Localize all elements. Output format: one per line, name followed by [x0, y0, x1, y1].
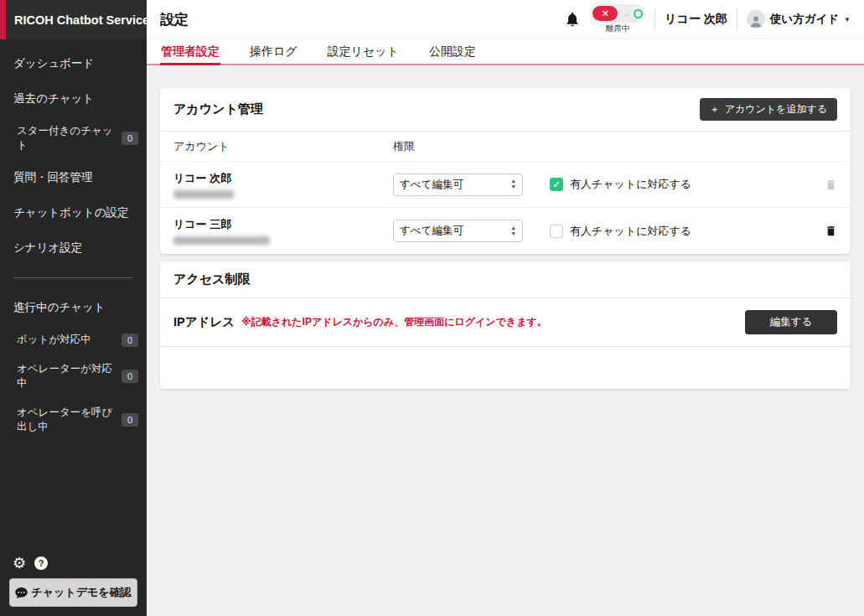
account-card-title: アカウント管理: [173, 101, 263, 117]
ip-address-label: IPアドレス: [173, 314, 235, 330]
avatar: [747, 10, 765, 28]
sidebar-item-label: スター付きのチャット: [17, 124, 122, 153]
status-arrow-icon: →: [621, 9, 630, 18]
attended-chat-checkbox[interactable]: [550, 225, 563, 238]
tab-public-settings[interactable]: 公開設定: [428, 39, 477, 65]
permission-select-value: すべて編集可: [400, 224, 463, 238]
user-name: リコー 次郎: [665, 12, 727, 27]
permission-select[interactable]: すべて編集可 ▲▼: [393, 220, 523, 242]
access-restriction-card: アクセス制限 IPアドレス ※記載されたIPアドレスからのみ、管理画面にログイン…: [160, 261, 851, 389]
permission-select-value: すべて編集可: [400, 178, 463, 192]
tab-settings-reset[interactable]: 設定リセット: [327, 39, 400, 65]
sidebar-item-operator-calling[interactable]: オペレーターを呼び出し中 0: [0, 398, 147, 442]
help-icon[interactable]: ?: [34, 556, 48, 570]
column-permission: 権限: [393, 139, 550, 154]
ip-address-note: ※記載されたIPアドレスからのみ、管理画面にログインできます。: [241, 315, 547, 329]
status-away-icon: ✕: [592, 6, 618, 21]
add-account-button[interactable]: ＋ アカウントを追加する: [700, 98, 837, 121]
attended-chat-label: 有人チャットに対応する: [570, 177, 691, 192]
account-name: リコー 三郎: [173, 217, 393, 232]
ip-address-row: IPアドレス ※記載されたIPアドレスからのみ、管理画面にログインできます。 編…: [160, 298, 851, 347]
content-area: アカウント管理 ＋ アカウントを追加する アカウント 権限 リコー 次郎: [147, 65, 864, 616]
sidebar-item-starred-chats[interactable]: スター付きのチャット 0: [0, 116, 147, 160]
topbar: 設定 ✕ → 離席中 リコー 次郎: [147, 0, 864, 39]
sidebar-item-label: オペレーターが対応中: [17, 362, 122, 391]
sidebar-bottom: ⚙ ? チャットデモを確認: [0, 547, 147, 616]
sidebar-item-dashboard[interactable]: ダッシュボード: [0, 46, 147, 81]
sidebar-item-operator-handling[interactable]: オペレーターが対応中 0: [0, 355, 147, 398]
tab-operation-log[interactable]: 操作ログ: [249, 39, 298, 65]
select-stepper-icon: ▲▼: [511, 179, 516, 190]
add-account-button-label: アカウントを追加する: [725, 102, 827, 116]
attended-chat-label: 有人チャットに対応する: [570, 224, 691, 239]
chat-demo-button-label: チャットデモを確認: [31, 585, 131, 600]
access-card-empty-space: [160, 347, 851, 389]
sidebar-nav: ダッシュボード 過去のチャット スター付きのチャット 0 質問・回答管理 チャッ…: [0, 39, 147, 442]
sidebar: RICOH Chatbot Service ダッシュボード 過去のチャット スタ…: [0, 0, 147, 616]
tab-admin-settings[interactable]: 管理者設定: [160, 39, 220, 65]
page-title: 設定: [160, 10, 189, 29]
operator-calling-count-badge: 0: [122, 413, 138, 427]
access-card-title: アクセス制限: [173, 272, 250, 287]
chevron-down-icon: ▼: [844, 16, 851, 23]
edit-ip-button[interactable]: 編集する: [745, 310, 837, 334]
account-management-card: アカウント管理 ＋ アカウントを追加する アカウント 権限 リコー 次郎: [160, 88, 851, 254]
sidebar-item-ongoing-chats[interactable]: 進行中のチャット: [0, 290, 147, 325]
presence-status-toggle[interactable]: ✕ → 離席中: [590, 4, 645, 34]
notification-bell-icon[interactable]: [564, 10, 581, 28]
bot-handling-count-badge: 0: [122, 334, 138, 347]
attended-chat-checkbox[interactable]: ✓: [550, 178, 563, 191]
table-row: リコー 次郎 すべて編集可 ▲▼ ✓ 有人チャットに対応する: [160, 162, 851, 208]
status-available-icon: [634, 9, 643, 18]
operator-handling-count-badge: 0: [122, 370, 138, 383]
account-name: リコー 次郎: [173, 171, 393, 186]
status-label: 離席中: [606, 23, 630, 34]
sidebar-divider: [13, 277, 133, 278]
sidebar-item-chatbot-settings[interactable]: チャットボットの設定: [0, 195, 147, 230]
account-table-header: アカウント 権限: [160, 132, 851, 162]
account-email-redacted: [173, 190, 234, 199]
table-row: リコー 三郎 すべて編集可 ▲▼ 有人チャットに対応する: [160, 208, 851, 254]
main-area: 設定 ✕ → 離席中 リコー 次郎: [147, 0, 864, 616]
app-window: RICOH Chatbot Service ダッシュボード 過去のチャット スタ…: [0, 0, 864, 616]
account-email-redacted: [173, 236, 270, 245]
sidebar-item-label: ボットが対応中: [17, 333, 91, 347]
sidebar-item-label: オペレーターを呼び出し中: [17, 406, 122, 434]
chat-demo-button[interactable]: チャットデモを確認: [9, 578, 137, 607]
guide-label: 使い方ガイド: [770, 12, 839, 27]
gear-icon[interactable]: ⚙: [13, 556, 26, 571]
guide-menu[interactable]: 使い方ガイド ▼: [747, 10, 851, 28]
topbar-divider: [737, 8, 737, 30]
speech-bubble-icon: [15, 588, 28, 598]
sidebar-item-scenario-settings[interactable]: シナリオ設定: [0, 230, 147, 266]
delete-account-icon[interactable]: [825, 224, 837, 238]
sidebar-item-qa-management[interactable]: 質問・回答管理: [0, 160, 147, 195]
brand-title: RICOH Chatbot Service: [0, 0, 147, 39]
select-stepper-icon: ▲▼: [511, 225, 516, 237]
plus-icon: ＋: [710, 102, 720, 116]
permission-select[interactable]: すべて編集可 ▲▼: [393, 173, 523, 196]
sidebar-item-bot-handling[interactable]: ボットが対応中 0: [0, 325, 147, 355]
column-account: アカウント: [173, 139, 393, 154]
delete-account-icon[interactable]: [825, 178, 837, 192]
settings-tabbar: 管理者設定 操作ログ 設定リセット 公開設定: [147, 39, 864, 65]
starred-count-badge: 0: [122, 132, 138, 145]
sidebar-item-past-chats[interactable]: 過去のチャット: [0, 81, 147, 116]
topbar-divider: [654, 8, 655, 30]
